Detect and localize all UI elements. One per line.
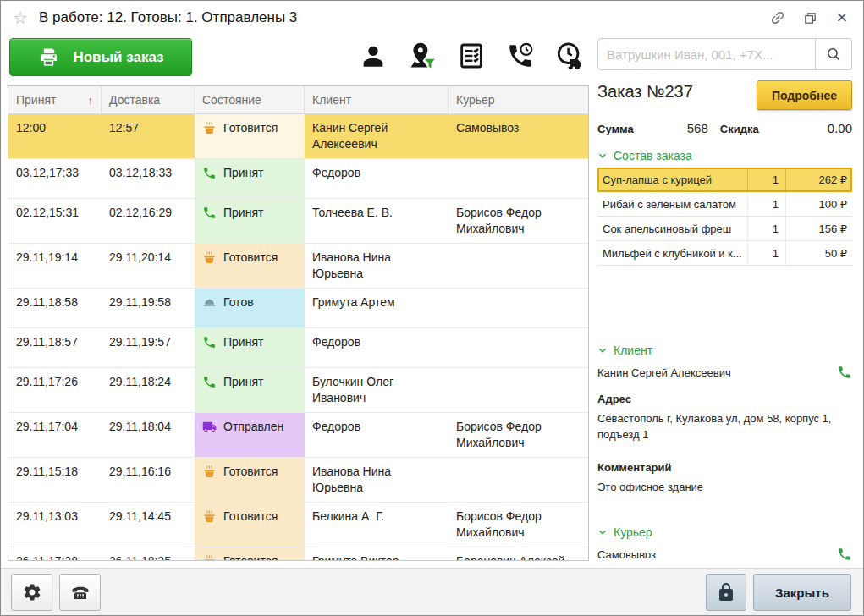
favorite-star-icon[interactable]: ☆ (13, 8, 28, 28)
table-row[interactable]: 29.11,18:5829.11,19:58ГотовГримута Артем (8, 289, 588, 328)
cell-status: Отправлен (195, 413, 305, 457)
delivery-map-icon[interactable] (406, 40, 438, 72)
item-name: Мильфей с клубникой и к... (603, 247, 747, 260)
cell-client: Гримута Виктор (305, 547, 449, 561)
item-price: 262 ₽ (786, 173, 847, 186)
cell-courier: Борисов Федор Михайлович (449, 413, 588, 457)
column-header-status[interactable]: Состояние (195, 86, 305, 113)
item-name: Сок апельсиновый фреш (603, 223, 747, 235)
cell-delivery-time: 29.11,19:57 (102, 328, 195, 367)
cell-accepted-time: 29.11,13:03 (8, 503, 102, 547)
cell-client: Федоров (305, 159, 449, 198)
item-quantity: 1 (747, 217, 786, 240)
cell-courier (449, 159, 588, 198)
cell-status: Готов (195, 289, 305, 327)
cell-status: Принят (195, 199, 305, 243)
status-label: Готовится (223, 509, 278, 525)
cell-status: Принят (195, 368, 305, 412)
courier-person-icon[interactable] (357, 40, 389, 72)
table-row[interactable]: 29.11,17:2629.11,18:24ПринятБулочкин Оле… (8, 368, 588, 413)
column-header-client[interactable]: Клиент (305, 86, 449, 113)
details-button[interactable]: Подробнее (757, 80, 852, 110)
chevron-down-icon (597, 151, 608, 161)
order-item-row[interactable]: Рибай с зеленым салатом1100 ₽ (597, 192, 852, 217)
cell-status: Готовится (195, 244, 305, 288)
preparing-status-icon (202, 509, 217, 524)
new-order-button[interactable]: Новый заказ (9, 38, 192, 76)
restore-window-icon[interactable] (801, 8, 819, 27)
order-items-list: Суп-лапша с курицей1262 ₽Рибай с зеленым… (597, 168, 852, 266)
delivery-time-icon[interactable] (553, 40, 586, 72)
order-items-header-label: Состав заказа (614, 149, 692, 162)
table-row[interactable]: 02.12,15:3102.12,16:29ПринятТолчеева Е. … (8, 199, 588, 244)
order-items-section-header[interactable]: Состав заказа (597, 149, 852, 162)
call-history-icon[interactable] (504, 40, 537, 72)
order-item-row[interactable]: Мильфей с клубникой и к...150 ₽ (597, 241, 852, 266)
table-row[interactable]: 29.11,15:1829.11,16:16ГотовитсяИванова Н… (8, 458, 588, 503)
chevron-down-icon (597, 345, 608, 355)
order-item-row[interactable]: Суп-лапша с курицей1262 ₽ (597, 168, 852, 192)
table-row[interactable]: 03.12,17:3303.12,18:33ПринятФедоров (8, 159, 588, 199)
item-price: 100 ₽ (786, 198, 847, 211)
telephony-button[interactable] (59, 574, 101, 611)
get-link-icon[interactable] (768, 8, 787, 27)
order-item-row[interactable]: Сок апельсиновый фреш1156 ₽ (597, 217, 852, 241)
comment-label: Комментарий (597, 461, 852, 474)
cell-status: Готовится (195, 114, 305, 158)
status-label: Принят (223, 334, 263, 350)
new-order-label: Новый заказ (73, 49, 163, 66)
search-input[interactable] (597, 38, 816, 70)
orders-checklist-icon[interactable] (455, 40, 487, 72)
item-quantity: 1 (747, 168, 786, 191)
cell-status: Готовится (195, 458, 305, 502)
table-row[interactable]: 29.11,17:0429.11,18:04ОтправленФедоровБо… (8, 413, 588, 458)
courier-section-header[interactable]: Курьер (597, 525, 852, 539)
close-window-icon[interactable]: × (833, 8, 851, 27)
item-name: Рибай с зеленым салатом (603, 198, 747, 211)
cell-status: Принят (195, 159, 305, 198)
cell-accepted-time: 26.11,17:38 (8, 547, 102, 561)
cell-courier (449, 368, 588, 412)
sort-asc-icon: ↑ (88, 94, 94, 107)
cell-client: Булочкин Олег Иванович (305, 368, 449, 412)
preparing-status-icon (202, 554, 217, 561)
table-row[interactable]: 29.11,19:1429.11,20:14ГотовитсяИванова Н… (8, 244, 588, 289)
cell-accepted-time: 29.11,19:14 (8, 244, 102, 288)
call-client-icon[interactable] (837, 365, 852, 380)
cell-client: Толчеева Е. В. (305, 199, 449, 243)
close-button[interactable]: Закрыть (753, 574, 851, 611)
table-row[interactable]: 29.11,18:5729.11,19:57ПринятФедоров (8, 328, 588, 368)
status-label: Готов (223, 294, 254, 311)
address-text: Севастополь г, Кулакова ул, дом 58, корп… (597, 410, 852, 443)
comment-text: Это офисное здание (597, 479, 852, 495)
orders-table: Принят ↑ Доставка Состояние Клиент Курье… (8, 85, 589, 561)
lock-button[interactable] (706, 574, 746, 611)
table-row[interactable]: 12:0012:57ГотовитсяКанин Сергей Алексеев… (8, 114, 588, 159)
cell-delivery-time: 29.11,18:04 (102, 413, 195, 457)
footer-bar: Закрыть (1, 568, 863, 615)
cell-delivery-time: 12:57 (102, 114, 195, 158)
window-titlebar: ☆ В работе: 12. Готовы: 1. Отправлены 3 … (1, 1, 863, 35)
cell-client: Иванова Нина Юрьевна (305, 244, 449, 288)
cell-status: Готовится (195, 547, 305, 561)
orders-table-header: Принят ↑ Доставка Состояние Клиент Курье… (8, 86, 588, 114)
table-row[interactable]: 26.11,17:3826.11,18:25ГотовитсяГримута В… (8, 547, 588, 561)
discount-value: 0.00 (759, 121, 852, 135)
client-section-header[interactable]: Клиент (597, 344, 852, 357)
table-row[interactable]: 29.11,13:0329.11,14:45ГотовитсяБелкина А… (8, 503, 588, 547)
column-header-courier[interactable]: Курьер (449, 86, 588, 113)
call-courier-icon[interactable] (837, 547, 852, 562)
toolbar-icons (357, 40, 586, 72)
preparing-status-icon (202, 465, 217, 479)
settings-button[interactable] (11, 574, 52, 611)
status-label: Готовится (223, 464, 278, 480)
search-button[interactable] (816, 38, 852, 70)
column-header-accepted[interactable]: Принят ↑ (8, 86, 102, 113)
cell-delivery-time: 29.11,20:14 (102, 244, 195, 288)
column-header-delivery[interactable]: Доставка (102, 86, 195, 113)
client-name: Канин Сергей Алексеевич (597, 366, 731, 379)
cell-courier: Борисов Федор Михайлович (449, 199, 588, 243)
window-controls: × (768, 8, 851, 27)
courier-name: Самовывоз (597, 548, 656, 561)
discount-label: Скидка (720, 123, 759, 135)
